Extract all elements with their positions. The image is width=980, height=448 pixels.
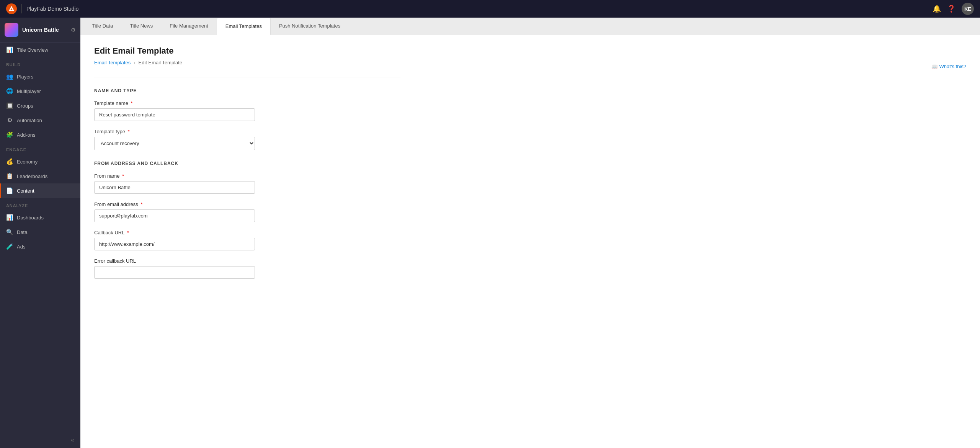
sidebar-item-label: Leaderboards [17, 173, 47, 179]
help-icon[interactable]: ❓ [947, 5, 956, 13]
breadcrumb-link[interactable]: Email Templates [94, 60, 131, 65]
sidebar-item-data[interactable]: 🔍 Data [0, 225, 80, 239]
error-callback-input[interactable] [94, 266, 255, 279]
sidebar-item-label: Multiplayer [17, 88, 41, 94]
section-name-type-title: NAME AND TYPE [94, 88, 966, 93]
template-name-input[interactable] [94, 108, 255, 121]
leaderboards-icon: 📋 [6, 173, 13, 180]
engage-section-label: ENGAGE [0, 142, 80, 154]
error-callback-label: Error callback URL [94, 258, 255, 264]
sidebar-item-label: Economy [17, 159, 38, 165]
required-star-5: * [127, 230, 129, 235]
page-title: Edit Email Template [94, 46, 966, 56]
sidebar-item-dashboards[interactable]: 📊 Dashboards [0, 210, 80, 225]
user-avatar[interactable]: KE [962, 3, 974, 15]
sidebar-item-label: Players [17, 74, 33, 80]
groups-icon: 🔲 [6, 102, 13, 109]
required-star-3: * [122, 173, 124, 179]
topbar-divider [21, 4, 22, 13]
topbar-right: 🔔 ❓ KE [933, 3, 974, 15]
template-type-label: Template type * [94, 129, 255, 134]
breadcrumb-current: Edit Email Template [138, 60, 182, 65]
from-name-input[interactable] [94, 181, 255, 194]
sidebar-item-automation[interactable]: ⚙ Automation [0, 113, 80, 128]
addons-icon: 🧩 [6, 131, 13, 138]
settings-icon[interactable]: ⚙ [71, 27, 76, 33]
sidebar-item-label: Title Overview [17, 47, 48, 53]
sidebar-bottom: « [0, 432, 80, 448]
topbar: PlayFab Demo Studio 🔔 ❓ KE [0, 0, 980, 18]
from-name-label: From name * [94, 173, 255, 179]
callback-url-label: Callback URL * [94, 230, 255, 235]
callback-url-group: Callback URL * [94, 230, 255, 250]
book-icon: 📖 [931, 64, 938, 69]
sidebar-item-players[interactable]: 👥 Players [0, 69, 80, 84]
multiplayer-icon: 🌐 [6, 88, 13, 95]
from-email-input[interactable] [94, 209, 255, 222]
main-layout: Unicorn Battle ⚙ 📊 Title Overview BUILD … [0, 18, 980, 448]
data-icon: 🔍 [6, 229, 13, 235]
required-star: * [131, 100, 133, 106]
callback-url-input[interactable] [94, 238, 255, 250]
app-name: PlayFab Demo Studio [26, 6, 78, 12]
sidebar-collapse-button[interactable]: « [71, 437, 74, 443]
breadcrumb: Email Templates › Edit Email Template [94, 60, 182, 65]
overview-icon: 📊 [6, 46, 13, 53]
template-name-label: Template name * [94, 100, 255, 106]
tab-push-notifications[interactable]: Push Notification Templates [271, 18, 349, 35]
sidebar-item-content[interactable]: 📄 Content [0, 183, 80, 198]
sidebar-item-label: Content [17, 188, 34, 194]
sidebar-item-label: Dashboards [17, 215, 44, 221]
sidebar: Unicorn Battle ⚙ 📊 Title Overview BUILD … [0, 18, 80, 448]
sidebar-item-label: Automation [17, 118, 42, 123]
ads-icon: 🧪 [6, 243, 13, 250]
breadcrumb-row: Email Templates › Edit Email Template 📖 … [94, 60, 966, 73]
section-from-address-title: FROM ADDRESS AND CALLBACK [94, 161, 966, 166]
economy-icon: 💰 [6, 158, 13, 165]
page-content: Edit Email Template Email Templates › Ed… [80, 35, 980, 448]
tab-file-management[interactable]: File Management [161, 18, 216, 35]
error-callback-group: Error callback URL [94, 258, 255, 279]
sidebar-item-title-overview[interactable]: 📊 Title Overview [0, 43, 80, 57]
app-logo [6, 3, 17, 14]
automation-icon: ⚙ [6, 117, 13, 124]
analyze-section-label: ANALYZE [0, 198, 80, 210]
sidebar-item-economy[interactable]: 💰 Economy [0, 154, 80, 169]
section-divider [94, 77, 400, 77]
sidebar-item-ads[interactable]: 🧪 Ads [0, 239, 80, 254]
game-icon [5, 23, 18, 37]
sidebar-item-multiplayer[interactable]: 🌐 Multiplayer [0, 84, 80, 98]
dashboards-icon: 📊 [6, 214, 13, 221]
content-area: Title Data Title News File Management Em… [80, 18, 980, 448]
whats-this-button[interactable]: 📖 What's this? [931, 64, 966, 69]
from-email-group: From email address * [94, 201, 255, 222]
required-star-2: * [128, 129, 130, 134]
from-email-label: From email address * [94, 201, 255, 207]
tab-email-templates[interactable]: Email Templates [217, 18, 271, 35]
sidebar-item-label: Groups [17, 103, 33, 109]
sidebar-item-leaderboards[interactable]: 📋 Leaderboards [0, 169, 80, 183]
tab-title-data[interactable]: Title Data [83, 18, 121, 35]
template-name-group: Template name * [94, 100, 255, 121]
svg-point-1 [11, 8, 13, 10]
tab-title-news[interactable]: Title News [121, 18, 161, 35]
template-type-group: Template type * Account recovery Custom … [94, 129, 255, 150]
notifications-icon[interactable]: 🔔 [933, 5, 941, 13]
game-name: Unicorn Battle [22, 27, 67, 33]
sidebar-header: Unicorn Battle ⚙ [0, 18, 80, 43]
sidebar-item-addons[interactable]: 🧩 Add-ons [0, 128, 80, 142]
players-icon: 👥 [6, 73, 13, 80]
sidebar-item-label: Data [17, 229, 27, 235]
breadcrumb-separator: › [134, 60, 135, 65]
required-star-4: * [141, 201, 143, 207]
from-name-group: From name * [94, 173, 255, 194]
sidebar-item-groups[interactable]: 🔲 Groups [0, 98, 80, 113]
tabs-bar: Title Data Title News File Management Em… [80, 18, 980, 35]
build-section-label: BUILD [0, 57, 80, 69]
content-icon: 📄 [6, 187, 13, 194]
sidebar-item-label: Add-ons [17, 132, 35, 138]
sidebar-item-label: Ads [17, 244, 25, 250]
template-type-select[interactable]: Account recovery Custom Password reset [94, 137, 255, 150]
